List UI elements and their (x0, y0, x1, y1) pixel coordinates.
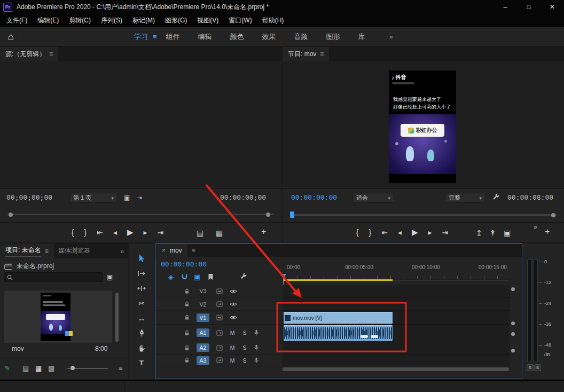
sync-lock-icon[interactable] (216, 288, 223, 294)
track-header-a1[interactable]: A1 M S (155, 325, 282, 341)
source-zoom-handle-right[interactable] (266, 213, 270, 217)
source-timecode[interactable]: 00;00;00;00 (6, 193, 52, 201)
track-target-v1[interactable]: V1 (197, 313, 209, 322)
timeline-scroll-handle[interactable] (511, 322, 515, 325)
timeline-audio-clip[interactable] (284, 325, 393, 341)
source-panel-tab[interactable]: 源:（无剪辑） ≡ (0, 47, 58, 61)
project-overflow-icon[interactable]: » (116, 248, 128, 258)
timeline-video-clip[interactable]: mov.mov [V] (284, 312, 393, 324)
go-to-page-icon[interactable]: ⇥ (137, 194, 142, 201)
workspace-tab-assembly[interactable]: 组件 (157, 27, 189, 47)
mute-button[interactable]: M (230, 330, 235, 336)
source-page-select[interactable]: 第 1 页 ▾ (69, 193, 118, 203)
ripple-edit-tool[interactable] (130, 281, 153, 295)
search-options-icon[interactable]: ▣ (107, 273, 113, 281)
track-select-forward-tool[interactable] (130, 266, 153, 280)
export-frame-icon[interactable]: ▣ (504, 229, 511, 237)
workspace-tab-libraries[interactable]: 库 (349, 27, 374, 47)
project-writable-icon[interactable]: ✎ (4, 364, 10, 372)
track-target-v2[interactable]: V2 (197, 300, 209, 309)
timeline-ruler[interactable]: 00:00 00:00:05:00 00:00:10:00 00:00:15:0… (283, 259, 510, 279)
project-settings-icon[interactable]: ≡ (119, 364, 123, 372)
source-panel-menu-icon[interactable]: ≡ (49, 50, 53, 58)
menu-view[interactable]: 视图(V) (197, 16, 218, 25)
menu-markers[interactable]: 标记(M) (132, 16, 155, 25)
step-forward-icon[interactable]: ▸ (143, 228, 147, 237)
lock-icon[interactable] (184, 301, 190, 307)
sync-lock-icon[interactable] (216, 345, 223, 351)
voiceover-mic-icon[interactable] (254, 330, 258, 336)
lock-icon[interactable] (184, 330, 190, 336)
track-header-v1[interactable]: V1 (155, 311, 282, 325)
menu-help[interactable]: 帮助(H) (262, 16, 284, 25)
program-timecode[interactable]: 00:00:00:00 (291, 193, 337, 201)
track-lane-v3[interactable] (283, 285, 510, 298)
project-scrollbar[interactable] (115, 293, 119, 342)
mute-button[interactable]: M (230, 344, 235, 351)
keyframe-pill[interactable] (371, 335, 378, 338)
step-back-icon[interactable]: ◂ (113, 228, 117, 237)
track-target-a1[interactable]: A1 (197, 328, 209, 337)
mark-in-icon[interactable]: { (356, 228, 359, 237)
maximize-button[interactable]: □ (517, 0, 540, 14)
go-to-out-icon[interactable]: ⇥ (157, 228, 163, 237)
menu-window[interactable]: 窗口(W) (229, 16, 252, 25)
workspace-overflow-icon[interactable]: » (389, 33, 393, 41)
media-browser-tab[interactable]: 媒体浏览器 (54, 246, 95, 258)
sync-lock-icon[interactable] (216, 357, 223, 363)
lock-icon[interactable] (184, 315, 190, 320)
menu-file[interactable]: 文件(F) (6, 16, 27, 25)
sequence-tab[interactable]: × mov (156, 244, 187, 257)
timeline-scroll-handle[interactable] (511, 349, 515, 352)
lock-icon[interactable] (184, 288, 190, 294)
track-target-a2[interactable]: A2 (197, 343, 209, 352)
sync-lock-icon[interactable] (216, 315, 223, 320)
type-tool[interactable]: T (130, 356, 153, 370)
caption-block-icon[interactable]: ▣ (124, 194, 130, 201)
freeform-view-icon[interactable]: ▩ (48, 364, 54, 372)
pen-tool[interactable] (130, 326, 153, 340)
program-scrubber[interactable] (290, 214, 557, 216)
project-panel-menu-icon[interactable]: ≡ (45, 247, 49, 255)
fit-select[interactable]: 适合 ▾ (352, 193, 394, 203)
solo-left-button[interactable]: S (527, 364, 534, 371)
timeline-timecode[interactable]: 00:00:00:00 (161, 260, 207, 268)
linked-selection-icon[interactable]: ▣ (194, 273, 200, 281)
track-target-v3[interactable]: V3 (197, 287, 209, 295)
toggle-track-output-eye-icon[interactable] (230, 289, 237, 294)
play-icon[interactable]: ▶ (412, 228, 418, 237)
close-icon[interactable]: × (162, 247, 166, 254)
program-settings-wrench-icon[interactable] (492, 193, 500, 201)
zoom-slider-handle[interactable] (70, 366, 75, 370)
track-header-v3[interactable]: V3 (155, 285, 282, 298)
program-playhead[interactable] (290, 211, 294, 218)
program-button-editor[interactable]: + (545, 227, 550, 237)
lock-icon[interactable] (184, 357, 190, 363)
solo-button[interactable]: S (242, 330, 247, 336)
search-input[interactable] (15, 274, 95, 280)
workspace-tab-audio[interactable]: 音频 (285, 27, 317, 47)
step-back-icon[interactable]: ◂ (398, 228, 402, 237)
timeline-scroll-handle[interactable] (511, 332, 515, 336)
mark-out-icon[interactable]: } (369, 228, 371, 237)
source-zoom-handle-left[interactable] (9, 213, 13, 217)
program-panel-menu-icon[interactable]: ≡ (320, 50, 324, 58)
play-icon[interactable]: ▶ (127, 228, 134, 237)
source-scrubber[interactable] (7, 214, 274, 215)
menu-edit[interactable]: 编辑(E) (37, 16, 59, 25)
menu-graphics[interactable]: 图形(G) (165, 16, 187, 25)
track-header-a3[interactable]: A3 M S (155, 355, 282, 366)
voiceover-mic-icon[interactable] (254, 357, 258, 364)
workspace-tab-effects[interactable]: 效果 (253, 27, 285, 47)
clip-name[interactable]: mov (12, 345, 24, 352)
overwrite-icon[interactable]: ▦ (216, 229, 223, 237)
track-header-a2[interactable]: A2 M S (155, 341, 282, 355)
close-button[interactable]: × (540, 0, 564, 14)
go-to-out-icon[interactable]: ⇥ (442, 228, 448, 237)
hand-tool[interactable] (130, 341, 153, 355)
sync-lock-icon[interactable] (216, 301, 223, 307)
razor-tool[interactable]: ✂ (130, 296, 153, 310)
workspace-tab-color[interactable]: 颜色 (221, 27, 253, 47)
solo-button[interactable]: S (242, 357, 247, 364)
track-header-v2[interactable]: V2 (155, 298, 282, 311)
